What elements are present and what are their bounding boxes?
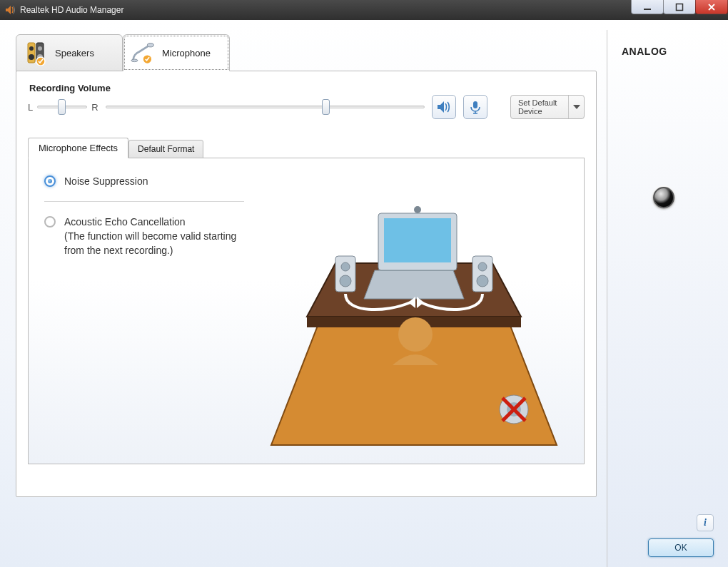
info-icon: i — [704, 517, 707, 528]
svg-point-22 — [340, 275, 351, 287]
divider — [44, 201, 244, 202]
app-window: Realtek HD Audio Manager — [0, 0, 728, 567]
close-button[interactable] — [695, 0, 728, 14]
mute-microphone-button[interactable] — [463, 95, 487, 119]
balance-slider-thumb[interactable] — [58, 99, 66, 115]
tab-speakers-label: Speakers — [55, 48, 94, 58]
speaker-app-icon — [4, 4, 16, 16]
volume-slider-container — [106, 106, 425, 108]
set-default-device-label: Set Default Device — [511, 98, 568, 116]
noise-suppression-label: Noise Suppression — [64, 174, 148, 188]
recording-volume-title: Recording Volume — [29, 83, 585, 93]
client-area: Speakers Microphone — [0, 20, 728, 567]
svg-point-21 — [341, 262, 350, 271]
svg-point-19 — [414, 206, 421, 213]
main-panel: Recording Volume L R — [16, 71, 597, 497]
speaker-wave-icon — [436, 100, 452, 114]
svg-rect-12 — [473, 101, 477, 108]
tab-default-format-label: Default Format — [138, 144, 194, 154]
radio-icon[interactable] — [44, 216, 56, 228]
tab-speakers[interactable]: Speakers — [16, 34, 123, 71]
balance-control: L R — [28, 102, 98, 113]
balance-right-label: R — [91, 102, 98, 113]
svg-point-5 — [38, 46, 42, 51]
tab-microphone-effects[interactable]: Microphone Effects — [28, 138, 128, 158]
maximize-button[interactable] — [663, 0, 696, 14]
info-button[interactable]: i — [697, 514, 714, 531]
speakers-icon — [24, 40, 49, 66]
microphone-icon — [131, 40, 156, 66]
set-default-device-button[interactable]: Set Default Device — [510, 95, 585, 119]
balance-left-label: L — [28, 102, 33, 113]
analog-title: ANALOG — [622, 46, 717, 57]
svg-point-4 — [29, 46, 34, 51]
svg-point-28 — [398, 317, 433, 352]
tab-microphone-label: Microphone — [162, 48, 211, 58]
option-noise-suppression[interactable]: Noise Suppression — [44, 174, 244, 188]
tab-microphone-effects-label: Microphone Effects — [39, 143, 118, 153]
tab-microphone[interactable]: Microphone — [123, 34, 230, 71]
svg-rect-1 — [677, 4, 683, 10]
svg-rect-0 — [644, 9, 651, 10]
mute-playback-button[interactable] — [432, 95, 456, 119]
window-buttons — [632, 0, 728, 14]
chevron-down-icon[interactable] — [568, 96, 584, 118]
analog-jack-port[interactable] — [653, 187, 674, 208]
svg-marker-16 — [364, 270, 464, 299]
option-echo-cancellation[interactable]: Acoustic Echo Cancellation (The function… — [44, 215, 244, 257]
microphone-device-icon — [468, 100, 482, 114]
svg-point-9 — [147, 44, 153, 47]
minimize-button[interactable] — [631, 0, 664, 14]
ok-button-label: OK — [674, 543, 687, 553]
echo-cancellation-label: Acoustic Echo Cancellation (The function… — [64, 215, 244, 257]
svg-rect-18 — [384, 218, 451, 262]
svg-point-6 — [29, 54, 34, 60]
radio-icon[interactable] — [44, 175, 56, 187]
tab-default-format[interactable]: Default Format — [128, 140, 203, 158]
echo-illustration — [257, 174, 571, 452]
svg-point-25 — [477, 275, 488, 287]
effects-panel: Noise Suppression Acoustic Echo Cancella… — [28, 158, 585, 464]
analog-sidebar: ANALOG — [607, 30, 728, 567]
svg-point-24 — [478, 262, 487, 271]
balance-slider[interactable] — [37, 106, 87, 108]
ok-button[interactable]: OK — [648, 538, 714, 557]
titlebar: Realtek HD Audio Manager — [0, 0, 728, 20]
volume-slider[interactable] — [106, 106, 425, 108]
volume-slider-thumb[interactable] — [322, 99, 330, 115]
window-title: Realtek HD Audio Manager — [20, 5, 123, 15]
svg-point-10 — [131, 59, 138, 62]
